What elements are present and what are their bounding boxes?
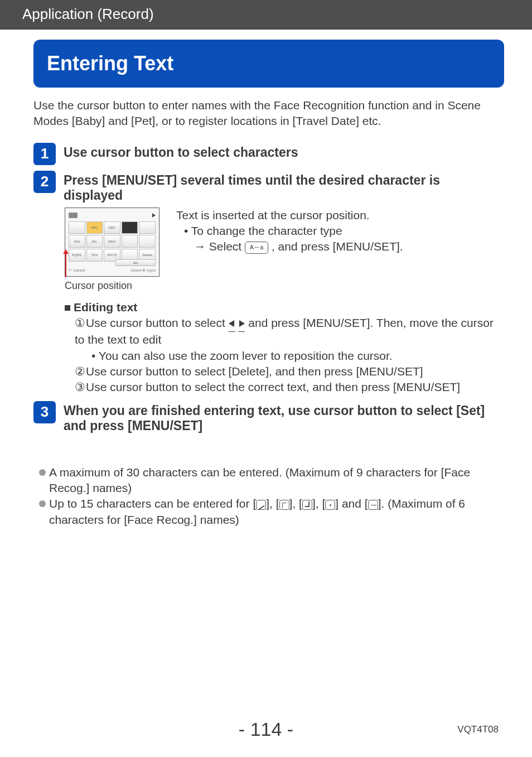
section-header: Application (Record) — [0, 0, 532, 30]
key-cell — [122, 235, 138, 248]
step-2: 2 Press [MENU/SET] several times until t… — [33, 171, 499, 203]
symbol-dot-icon — [325, 500, 335, 510]
footer: - 114 - VQT4T08 — [0, 719, 532, 740]
key-cell — [139, 235, 156, 248]
notes-section: A maximum of 30 characters can be entere… — [39, 465, 499, 528]
step-3-title: When you are finished entering text, use… — [64, 403, 499, 433]
key-cell: JKL — [86, 235, 103, 248]
step-2-line-2: • To change the character type — [184, 223, 403, 239]
key-cell: DEF — [104, 221, 120, 234]
step-1: 1 Use cursor button to select characters — [33, 143, 499, 165]
step-2-content: ABC DEF GHI JKL MNO PQRS TUV WXYZ Delete… — [65, 208, 499, 292]
step-3: 3 When you are finished entering text, u… — [33, 401, 499, 433]
step-2-description: Text is inserted at the cursor position.… — [176, 208, 403, 292]
key-cell: ABC — [86, 221, 103, 234]
thumb-select-input: Select ✥ Input — [130, 268, 156, 275]
key-cell — [139, 221, 156, 234]
symbol-backslash-icon — [256, 500, 266, 510]
arrow-icon — [152, 213, 156, 218]
symbol-corner-tl-icon — [279, 500, 289, 510]
key-cell — [69, 221, 85, 234]
cursor-indicator — [65, 253, 66, 277]
step-2-title: Press [MENU/SET] several times until the… — [64, 173, 499, 203]
editing-heading: Editing text — [65, 300, 499, 315]
key-cell: PQRS — [69, 249, 85, 262]
thumb-cancel: ↶ Cancel — [69, 268, 85, 275]
keypad-thumbnail: ABC DEF GHI JKL MNO PQRS TUV WXYZ Delete… — [65, 208, 159, 277]
step-1-title: Use cursor button to select characters — [64, 145, 499, 160]
page-number: - 114 - — [239, 719, 293, 740]
keypad-thumbnail-wrap: ABC DEF GHI JKL MNO PQRS TUV WXYZ Delete… — [65, 208, 159, 292]
editing-item-2: ②Use cursor button to select [Delete], a… — [75, 364, 499, 379]
editing-item-1-sub: • You can also use the zoom lever to rep… — [91, 348, 499, 364]
editing-item-1: ①Use cursor button to select and press [… — [75, 315, 499, 348]
bullet-icon — [39, 500, 46, 507]
char-type-icon: A↔a — [245, 242, 268, 254]
page-title-banner: Entering Text — [33, 40, 504, 88]
triangle-right-icon — [239, 320, 245, 327]
symbol-dash-icon — [368, 500, 378, 510]
document-code: VQT4T08 — [457, 724, 499, 735]
step-2-line-1: Text is inserted at the cursor position. — [176, 208, 403, 223]
page-title: Entering Text — [47, 52, 173, 75]
triangle-left-icon — [229, 320, 234, 327]
bullet-icon — [39, 469, 46, 476]
note-1: A maximum of 30 characters can be entere… — [39, 465, 499, 496]
intro-text: Use the cursor button to enter names wit… — [33, 98, 499, 129]
key-cell: TUV — [86, 249, 103, 262]
step-2-line-3: → Select A↔a , and press [MENU/SET]. — [194, 239, 403, 254]
key-cell — [122, 221, 138, 234]
cursor-position-label: Cursor position — [65, 280, 159, 292]
key-cell: MNO — [104, 235, 120, 248]
step-2-number: 2 — [33, 171, 56, 193]
section-title: Application (Record) — [22, 6, 154, 22]
symbol-corner-br-icon — [302, 500, 312, 510]
key-set: Set — [115, 259, 156, 266]
step-3-number: 3 — [33, 401, 56, 423]
editing-text-section: Editing text ①Use cursor button to selec… — [65, 300, 499, 396]
camera-icon — [69, 213, 78, 218]
key-cell: GHI — [69, 235, 85, 248]
keypad-grid: ABC DEF GHI JKL MNO PQRS TUV WXYZ Delete — [69, 221, 156, 262]
editing-item-3: ③Use cursor button to select the correct… — [75, 379, 499, 395]
step-1-number: 1 — [33, 143, 56, 165]
note-2: Up to 15 characters can be entered for [… — [39, 496, 499, 528]
